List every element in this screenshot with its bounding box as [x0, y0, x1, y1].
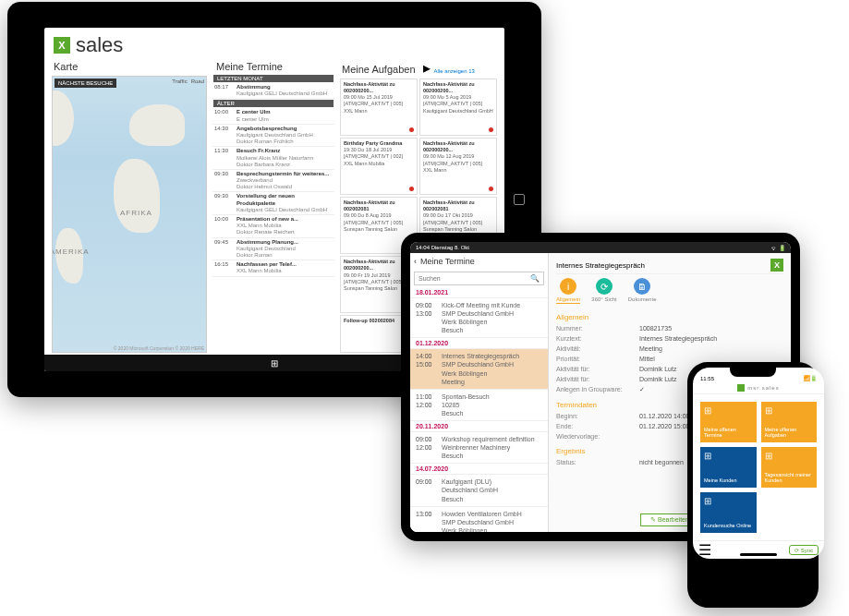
refresh-icon: ⟳ [596, 278, 612, 295]
tab-allgemein[interactable]: iAllgemein [556, 278, 580, 304]
tab-dokumente[interactable]: 🗎Dokumente [628, 278, 657, 304]
termine-item[interactable]: 10:00E center UlmE center Ulm [212, 108, 334, 124]
search-input[interactable]: 🔍 [414, 272, 544, 285]
map-column: Karte NÄCHSTE BESUCHE Traffic Road AFRIK… [50, 59, 209, 355]
termine-sidebar: ‹ Meine Termine 🔍 18.01.202109:0013:00Ki… [410, 253, 549, 532]
tile-icon: ⊞ [704, 451, 711, 462]
home-tile[interactable]: ⊞Meine offenen Aufgaben [761, 402, 818, 442]
tile-icon: ⊞ [704, 496, 711, 507]
show-all-link[interactable]: Alle anzeigen 13 [434, 68, 475, 74]
termine-item[interactable]: 08:17AbstimmungKaufgigant GELI Deutschla… [212, 83, 334, 99]
detail-field: Nummer:100821735 [556, 323, 783, 333]
home-tile[interactable]: ⊞Meine Kunden [700, 447, 757, 488]
aufgabe-card[interactable]: Birthday Party Grandma19:30 Do 18 Jul 20… [340, 138, 418, 195]
app-logo-icon [737, 384, 745, 392]
info-icon: i [560, 278, 576, 295]
aufgabe-card[interactable]: Nachfass-Aktivität zu 002000200...09:00 … [419, 79, 497, 136]
section-older: ÄLTER [213, 100, 334, 107]
map-title: Karte [50, 59, 209, 74]
signal-battery-icon: 📶🔋 [804, 375, 817, 381]
termine-item[interactable]: 09:45Abstimmung Planung...Kaufgigant Deu… [212, 238, 334, 261]
app-brand: sales [76, 33, 123, 57]
termine-list-item[interactable]: 14:0015:00Internes StrategiegesprächSMP … [410, 349, 548, 389]
section-allgemein: Allgemein [556, 313, 783, 321]
home-tile[interactable]: ⊞Tagesansicht meiner Kunden [761, 447, 818, 488]
date-header: 14.07.2020 [410, 464, 548, 475]
map-badge: NÄCHSTE BESUCHE [55, 79, 116, 88]
date-header: 18.01.2021 [410, 287, 548, 298]
termine-list-item[interactable]: 13:00Howden Ventilatoren GmbHSMP Deutsch… [410, 507, 548, 532]
section-last-month: LETZTEN MONAT [213, 75, 334, 82]
app-logo-icon: X [54, 37, 70, 54]
termine-item[interactable]: 09:30Besprechungstermin für weiteres...Z… [212, 170, 334, 193]
tablet-home-button[interactable] [514, 194, 525, 205]
back-icon[interactable]: ‹ [414, 257, 417, 266]
search-icon[interactable]: 🔍 [530, 274, 540, 283]
termine-item[interactable]: 16:15Nachfassen per Telef...XXL Mann Mob… [212, 260, 334, 276]
date-header: 20.11.2020 [410, 421, 548, 432]
termine-list-item[interactable]: 09:0012:00Workshop requirement definitio… [410, 432, 548, 464]
termine-item[interactable]: 10:00Präsentation of new a...XXL Mann Mo… [212, 215, 334, 238]
detail-title: Internes Strategiegespräch [556, 261, 645, 270]
detail-field: Aktivität:Meeting [556, 344, 783, 354]
status-dot-icon [489, 187, 493, 191]
tile-icon: ⊞ [704, 405, 711, 417]
document-icon: 🗎 [634, 278, 650, 295]
tile-icon: ⊞ [765, 405, 772, 417]
date-header: 01.12.2020 [410, 338, 548, 349]
app-logo-icon: X [770, 259, 783, 272]
termine-title: Meine Termine [212, 59, 334, 74]
status-bar: 14:04 Dienstag 8. Okt ᯤ 🔋 [410, 242, 791, 253]
phone-notch [730, 368, 776, 377]
status-dot-icon [409, 127, 414, 132]
map-view[interactable]: NÄCHSTE BESUCHE Traffic Road AFRIKA AMER… [52, 76, 207, 353]
phone-device: 11:55 📶🔋 msr.sales ⊞Meine offenen Termin… [687, 362, 819, 608]
wifi-battery-icon: ᯤ 🔋 [771, 245, 785, 251]
windows-start-icon[interactable]: ⊞ [271, 358, 278, 368]
termine-list-item[interactable]: 11:0012:00Spontan-Besuch10285Besuch [410, 390, 548, 421]
menu-icon[interactable]: ☰ [698, 541, 711, 559]
tile-icon: ⊞ [765, 451, 772, 462]
sidebar-header[interactable]: ‹ Meine Termine [410, 253, 548, 270]
termine-list-item[interactable]: 09:00Kaufgigant (DLU)Deutschland GmbHBes… [410, 475, 548, 506]
termine-column: Meine Termine LETZTEN MONAT 08:17Abstimm… [212, 59, 334, 355]
phone-screen: 11:55 📶🔋 msr.sales ⊞Meine offenen Termin… [693, 368, 824, 559]
aufgabe-card[interactable]: Nachfass-Aktivität zu 002000200...09:00 … [419, 138, 497, 195]
app-header: X sales [44, 28, 504, 59]
home-tile[interactable]: ⊞Kundensuche Online [700, 492, 757, 533]
phone-header: msr.sales [693, 382, 824, 394]
home-tile[interactable]: ⊞Meine offenen Termine [700, 402, 757, 442]
sync-button[interactable]: ⟳ Sync [789, 545, 819, 555]
termine-item[interactable]: 11:30Besuch Fr.KranzMolkerei Alois Mülle… [212, 147, 334, 170]
detail-tabs: iAllgemein ⟳360° Sicht 🗎Dokumente [556, 274, 783, 308]
detail-field: Kurztext:Internes Strategiegespräch [556, 333, 783, 344]
map-controls[interactable]: Traffic Road [172, 79, 204, 84]
status-dot-icon [409, 187, 414, 191]
tab-360[interactable]: ⟳360° Sicht [591, 278, 616, 304]
home-indicator[interactable] [740, 553, 777, 556]
aufgaben-title: Meine Aufgaben [338, 62, 419, 77]
aufgabe-card[interactable]: Nachfass-Aktivität zu 002000200...09:00 … [340, 79, 418, 136]
termine-item[interactable]: 14:30AngebotsbesprechungKaufgigant Deuts… [212, 125, 334, 148]
termine-list-item[interactable]: 09:0013:00Kick-Off Meeting mit KundeSMP … [410, 298, 548, 338]
phone-bottom-bar: ☰ ⟳ Sync [693, 540, 824, 559]
status-dot-icon [489, 127, 493, 132]
termine-item[interactable]: 09:30Vorstellung der neuen Produktpalett… [212, 192, 334, 215]
